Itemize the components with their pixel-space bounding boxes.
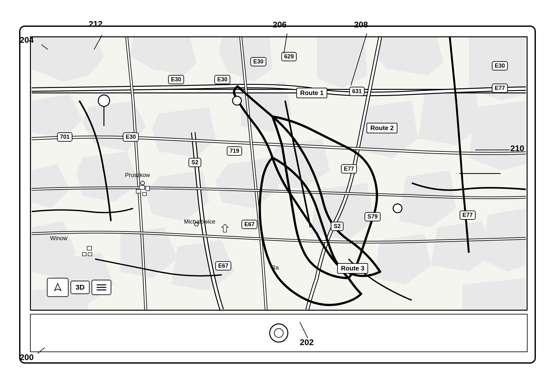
svg-rect-42 — [139, 186, 144, 189]
layers-icon — [95, 282, 107, 292]
road-sign-719: 719 — [227, 146, 242, 156]
road-sign-631: 631 — [349, 87, 365, 96]
svg-marker-26 — [463, 278, 526, 310]
ann-206: 206 — [273, 20, 286, 30]
road-sign-e77-center: E77 — [341, 164, 357, 174]
svg-point-33 — [233, 96, 241, 105]
svg-marker-0 — [32, 37, 104, 82]
map-controls: 3D — [47, 278, 111, 297]
road-sign-e77-right: E77 — [460, 211, 476, 220]
road-sign-e30-left: E30 — [123, 132, 139, 142]
svg-point-36 — [393, 204, 402, 213]
layers-button[interactable] — [92, 280, 111, 295]
map-area[interactable]: E30 E30 E30 629 E30 E77 631 701 E30 S2 7… — [30, 36, 528, 311]
ann-200: 200 — [20, 352, 33, 362]
road-sign-e77-top: E77 — [492, 84, 508, 93]
route-label-2: Route 2 — [366, 123, 397, 133]
svg-rect-37 — [82, 253, 86, 256]
svg-rect-38 — [88, 253, 92, 256]
svg-marker-6 — [32, 94, 82, 139]
3d-button[interactable]: 3D — [70, 281, 90, 294]
road-sign-s2: S2 — [189, 158, 201, 167]
svg-marker-1 — [130, 37, 196, 75]
svg-rect-43 — [146, 186, 150, 191]
ann-210: 210 — [510, 144, 524, 153]
bottom-bar — [30, 314, 528, 352]
road-sign-s2-bottom: S2 — [331, 222, 344, 231]
svg-marker-45 — [55, 284, 61, 291]
svg-marker-10 — [32, 164, 70, 208]
city-pruszkow: Pruszkow — [125, 172, 150, 179]
ann-204: 204 — [20, 35, 33, 45]
svg-marker-17 — [469, 101, 526, 170]
ann-208: 208 — [354, 20, 368, 30]
home-button[interactable] — [269, 323, 288, 343]
home-button-inner — [274, 328, 284, 338]
svg-rect-39 — [87, 246, 92, 250]
road-sign-e67-center: E67 — [241, 220, 257, 229]
road-sign-s79: S79 — [365, 212, 381, 221]
road-sign-629: 629 — [281, 52, 297, 61]
svg-marker-3 — [317, 37, 367, 88]
road-sign-701: 701 — [57, 132, 72, 142]
svg-rect-41 — [143, 193, 146, 196]
ann-212: 212 — [89, 19, 102, 29]
svg-marker-8 — [152, 107, 216, 158]
svg-point-34 — [141, 181, 144, 185]
svg-point-31 — [98, 95, 110, 107]
road-sign-e30-right: E30 — [492, 61, 508, 70]
city-winow: Winow — [50, 235, 67, 242]
city-michalowice: Michalowice — [184, 218, 215, 225]
city-ra: Ra — [271, 264, 279, 271]
road-sign-e30-1: E30 — [168, 75, 184, 84]
route-label-3: Route 3 — [337, 263, 368, 274]
road-sign-e30-3: E30 — [250, 57, 266, 66]
navigation-icon — [51, 280, 65, 294]
road-sign-e67-bottom: E67 — [215, 261, 231, 270]
road-sign-e30-2: E30 — [214, 75, 230, 84]
svg-rect-40 — [136, 189, 141, 193]
navigation-button[interactable] — [47, 278, 69, 297]
device-frame: E30 E30 E30 629 E30 E77 631 701 E30 S2 7… — [19, 26, 536, 364]
route-label-1: Route 1 — [296, 88, 327, 98]
svg-marker-28 — [399, 170, 456, 227]
svg-marker-4 — [374, 37, 443, 75]
3d-label: 3D — [76, 283, 85, 292]
ann-202: 202 — [300, 337, 314, 347]
